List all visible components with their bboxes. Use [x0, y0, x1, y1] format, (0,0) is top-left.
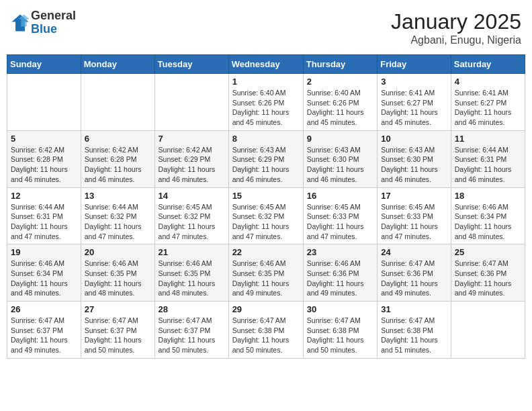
- day-cell: 8Sunrise: 6:43 AM Sunset: 6:29 PM Daylig…: [228, 130, 303, 187]
- day-cell: 27Sunrise: 6:47 AM Sunset: 6:37 PM Dayli…: [81, 302, 154, 359]
- day-cell: 22Sunrise: 6:46 AM Sunset: 6:35 PM Dayli…: [228, 244, 303, 302]
- weekday-header-saturday: Saturday: [451, 55, 525, 74]
- logo-text: General Blue: [31, 9, 76, 36]
- day-number: 22: [232, 247, 300, 257]
- day-info: Sunrise: 6:47 AM Sunset: 6:38 PM Dayligh…: [232, 316, 300, 355]
- day-cell: 5Sunrise: 6:42 AM Sunset: 6:28 PM Daylig…: [7, 130, 81, 187]
- day-info: Sunrise: 6:44 AM Sunset: 6:31 PM Dayligh…: [455, 145, 521, 185]
- day-number: 17: [381, 191, 447, 201]
- day-info: Sunrise: 6:47 AM Sunset: 6:36 PM Dayligh…: [381, 259, 447, 298]
- day-number: 21: [159, 247, 225, 257]
- day-number: 1: [232, 77, 300, 87]
- calendar-subtitle: Agbani, Enugu, Nigeria: [391, 34, 521, 46]
- day-cell: 12Sunrise: 6:44 AM Sunset: 6:31 PM Dayli…: [7, 187, 81, 244]
- day-info: Sunrise: 6:41 AM Sunset: 6:27 PM Dayligh…: [381, 88, 447, 128]
- day-cell: 29Sunrise: 6:47 AM Sunset: 6:38 PM Dayli…: [228, 302, 303, 359]
- day-cell: [7, 74, 81, 131]
- day-number: 12: [11, 191, 77, 201]
- day-number: 3: [381, 77, 447, 87]
- day-number: 26: [11, 304, 77, 314]
- day-info: Sunrise: 6:46 AM Sunset: 6:35 PM Dayligh…: [85, 259, 151, 298]
- day-info: Sunrise: 6:45 AM Sunset: 6:33 PM Dayligh…: [307, 202, 373, 242]
- day-number: 25: [455, 247, 521, 257]
- day-cell: 31Sunrise: 6:47 AM Sunset: 6:38 PM Dayli…: [378, 302, 451, 359]
- calendar-header: SundayMondayTuesdayWednesdayThursdayFrid…: [7, 55, 525, 74]
- day-cell: [154, 74, 228, 131]
- day-info: Sunrise: 6:46 AM Sunset: 6:34 PM Dayligh…: [11, 259, 77, 298]
- weekday-header-friday: Friday: [378, 55, 451, 74]
- logo-general: General: [31, 9, 76, 23]
- day-cell: 2Sunrise: 6:40 AM Sunset: 6:26 PM Daylig…: [303, 74, 377, 131]
- day-info: Sunrise: 6:43 AM Sunset: 6:29 PM Dayligh…: [232, 145, 300, 185]
- logo: General Blue: [11, 9, 76, 36]
- day-cell: 7Sunrise: 6:42 AM Sunset: 6:29 PM Daylig…: [154, 130, 228, 187]
- day-info: Sunrise: 6:42 AM Sunset: 6:28 PM Dayligh…: [85, 145, 151, 185]
- day-number: 14: [159, 191, 225, 201]
- day-cell: [81, 74, 154, 131]
- day-cell: 26Sunrise: 6:47 AM Sunset: 6:37 PM Dayli…: [7, 302, 81, 359]
- day-cell: [451, 302, 525, 359]
- day-info: Sunrise: 6:44 AM Sunset: 6:32 PM Dayligh…: [85, 202, 151, 242]
- day-info: Sunrise: 6:45 AM Sunset: 6:32 PM Dayligh…: [232, 202, 300, 242]
- day-cell: 28Sunrise: 6:47 AM Sunset: 6:37 PM Dayli…: [154, 302, 228, 359]
- day-info: Sunrise: 6:40 AM Sunset: 6:26 PM Dayligh…: [232, 88, 300, 128]
- day-cell: 25Sunrise: 6:47 AM Sunset: 6:36 PM Dayli…: [451, 244, 525, 302]
- day-cell: 24Sunrise: 6:47 AM Sunset: 6:36 PM Dayli…: [378, 244, 451, 302]
- title-block: January 2025 Agbani, Enugu, Nigeria: [391, 9, 521, 46]
- day-cell: 11Sunrise: 6:44 AM Sunset: 6:31 PM Dayli…: [451, 130, 525, 187]
- day-number: 30: [307, 304, 373, 314]
- page-header: General Blue January 2025 Agbani, Enugu,…: [7, 7, 525, 49]
- day-cell: 13Sunrise: 6:44 AM Sunset: 6:32 PM Dayli…: [81, 187, 154, 244]
- day-number: 15: [232, 191, 300, 201]
- day-number: 11: [455, 134, 521, 144]
- day-cell: 3Sunrise: 6:41 AM Sunset: 6:27 PM Daylig…: [378, 74, 451, 131]
- day-cell: 16Sunrise: 6:45 AM Sunset: 6:33 PM Dayli…: [303, 187, 377, 244]
- calendar-body: 1Sunrise: 6:40 AM Sunset: 6:26 PM Daylig…: [7, 74, 525, 359]
- day-info: Sunrise: 6:46 AM Sunset: 6:36 PM Dayligh…: [307, 259, 373, 298]
- day-number: 8: [232, 134, 300, 144]
- day-number: 29: [232, 304, 300, 314]
- day-number: 20: [85, 247, 151, 257]
- day-number: 19: [11, 247, 77, 257]
- weekday-header-row: SundayMondayTuesdayWednesdayThursdayFrid…: [7, 55, 525, 74]
- day-cell: 17Sunrise: 6:45 AM Sunset: 6:33 PM Dayli…: [378, 187, 451, 244]
- day-info: Sunrise: 6:47 AM Sunset: 6:37 PM Dayligh…: [85, 316, 151, 355]
- day-cell: 19Sunrise: 6:46 AM Sunset: 6:34 PM Dayli…: [7, 244, 81, 302]
- day-info: Sunrise: 6:47 AM Sunset: 6:36 PM Dayligh…: [455, 259, 521, 298]
- weekday-header-thursday: Thursday: [303, 55, 377, 74]
- day-cell: 4Sunrise: 6:41 AM Sunset: 6:27 PM Daylig…: [451, 74, 525, 131]
- weekday-header-wednesday: Wednesday: [228, 55, 303, 74]
- day-info: Sunrise: 6:46 AM Sunset: 6:34 PM Dayligh…: [455, 202, 521, 242]
- calendar-table: SundayMondayTuesdayWednesdayThursdayFrid…: [7, 54, 525, 359]
- day-number: 16: [307, 191, 373, 201]
- day-cell: 1Sunrise: 6:40 AM Sunset: 6:26 PM Daylig…: [228, 74, 303, 131]
- weekday-header-sunday: Sunday: [7, 55, 81, 74]
- day-cell: 18Sunrise: 6:46 AM Sunset: 6:34 PM Dayli…: [451, 187, 525, 244]
- day-cell: 15Sunrise: 6:45 AM Sunset: 6:32 PM Dayli…: [228, 187, 303, 244]
- day-number: 2: [307, 77, 373, 87]
- day-number: 27: [85, 304, 151, 314]
- day-number: 5: [11, 134, 77, 144]
- day-info: Sunrise: 6:45 AM Sunset: 6:32 PM Dayligh…: [159, 202, 225, 242]
- day-info: Sunrise: 6:41 AM Sunset: 6:27 PM Dayligh…: [455, 88, 521, 128]
- day-cell: 20Sunrise: 6:46 AM Sunset: 6:35 PM Dayli…: [81, 244, 154, 302]
- calendar-title: January 2025: [391, 9, 521, 34]
- weekday-header-monday: Monday: [81, 55, 154, 74]
- day-cell: 30Sunrise: 6:47 AM Sunset: 6:38 PM Dayli…: [303, 302, 377, 359]
- week-row-5: 26Sunrise: 6:47 AM Sunset: 6:37 PM Dayli…: [7, 302, 525, 359]
- day-info: Sunrise: 6:47 AM Sunset: 6:37 PM Dayligh…: [11, 316, 77, 355]
- day-info: Sunrise: 6:43 AM Sunset: 6:30 PM Dayligh…: [381, 145, 447, 185]
- day-number: 28: [159, 304, 225, 314]
- day-info: Sunrise: 6:46 AM Sunset: 6:35 PM Dayligh…: [159, 259, 225, 298]
- weekday-header-tuesday: Tuesday: [154, 55, 228, 74]
- logo-blue: Blue: [31, 23, 76, 36]
- day-cell: 9Sunrise: 6:43 AM Sunset: 6:30 PM Daylig…: [303, 130, 377, 187]
- day-info: Sunrise: 6:42 AM Sunset: 6:29 PM Dayligh…: [159, 145, 225, 185]
- day-number: 10: [381, 134, 447, 144]
- day-info: Sunrise: 6:43 AM Sunset: 6:30 PM Dayligh…: [307, 145, 373, 185]
- week-row-2: 5Sunrise: 6:42 AM Sunset: 6:28 PM Daylig…: [7, 130, 525, 187]
- week-row-3: 12Sunrise: 6:44 AM Sunset: 6:31 PM Dayli…: [7, 187, 525, 244]
- day-cell: 6Sunrise: 6:42 AM Sunset: 6:28 PM Daylig…: [81, 130, 154, 187]
- day-info: Sunrise: 6:44 AM Sunset: 6:31 PM Dayligh…: [11, 202, 77, 242]
- week-row-1: 1Sunrise: 6:40 AM Sunset: 6:26 PM Daylig…: [7, 74, 525, 131]
